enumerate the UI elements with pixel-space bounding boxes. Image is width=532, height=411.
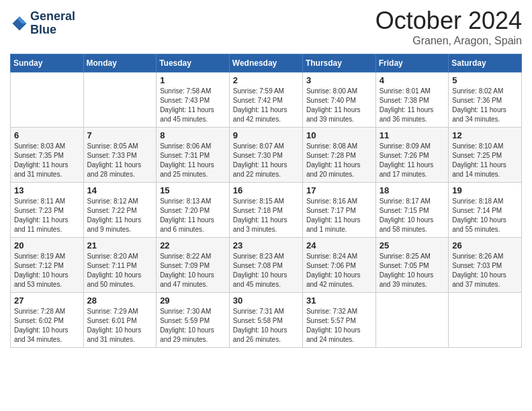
day-info: Sunrise: 8:17 AM Sunset: 7:15 PM Dayligh… (380, 197, 445, 234)
col-header-wednesday: Wednesday (229, 54, 302, 73)
day-info: Sunrise: 8:02 AM Sunset: 7:36 PM Dayligh… (452, 87, 518, 124)
day-number: 24 (306, 240, 372, 250)
day-info: Sunrise: 8:05 AM Sunset: 7:33 PM Dayligh… (87, 142, 153, 179)
day-number: 15 (160, 185, 226, 195)
day-number: 5 (452, 75, 518, 85)
day-info: Sunrise: 8:16 AM Sunset: 7:17 PM Dayligh… (306, 197, 372, 234)
day-number: 30 (233, 295, 299, 306)
day-number: 16 (233, 185, 299, 195)
day-number: 21 (87, 240, 153, 250)
day-number: 6 (14, 130, 80, 140)
day-number: 19 (452, 185, 518, 195)
calendar-cell (83, 73, 157, 128)
col-header-friday: Friday (375, 54, 448, 73)
day-number: 10 (306, 130, 372, 140)
day-info: Sunrise: 8:18 AM Sunset: 7:14 PM Dayligh… (452, 197, 518, 234)
calendar-cell: 15Sunrise: 8:13 AM Sunset: 7:20 PM Dayli… (157, 183, 230, 238)
calendar-cell: 19Sunrise: 8:18 AM Sunset: 7:14 PM Dayli… (449, 183, 522, 238)
day-number: 23 (233, 240, 299, 250)
calendar-cell: 2Sunrise: 7:59 AM Sunset: 7:42 PM Daylig… (229, 73, 302, 128)
logo-icon (10, 14, 29, 33)
day-number: 8 (160, 130, 226, 140)
calendar-week-3: 13Sunrise: 8:11 AM Sunset: 7:23 PM Dayli… (11, 183, 522, 238)
calendar-cell: 31Sunrise: 7:32 AM Sunset: 5:57 PM Dayli… (302, 293, 375, 348)
calendar-cell: 24Sunrise: 8:24 AM Sunset: 7:06 PM Dayli… (302, 238, 375, 293)
day-number: 7 (87, 130, 153, 140)
calendar-cell: 20Sunrise: 8:19 AM Sunset: 7:12 PM Dayli… (11, 238, 84, 293)
calendar-cell: 1Sunrise: 7:58 AM Sunset: 7:43 PM Daylig… (157, 73, 230, 128)
day-number: 26 (452, 240, 518, 250)
calendar-cell: 30Sunrise: 7:31 AM Sunset: 5:58 PM Dayli… (229, 293, 302, 348)
calendar-cell: 8Sunrise: 8:06 AM Sunset: 7:31 PM Daylig… (157, 128, 230, 183)
calendar-cell: 14Sunrise: 8:12 AM Sunset: 7:22 PM Dayli… (83, 183, 157, 238)
calendar-cell: 13Sunrise: 8:11 AM Sunset: 7:23 PM Dayli… (11, 183, 84, 238)
day-info: Sunrise: 8:09 AM Sunset: 7:26 PM Dayligh… (380, 142, 445, 179)
calendar-cell: 12Sunrise: 8:10 AM Sunset: 7:25 PM Dayli… (449, 128, 522, 183)
day-number: 31 (306, 295, 372, 306)
day-number: 1 (160, 75, 226, 85)
day-info: Sunrise: 8:13 AM Sunset: 7:20 PM Dayligh… (160, 197, 226, 234)
logo-line1: General (30, 10, 75, 24)
calendar-week-2: 6Sunrise: 8:03 AM Sunset: 7:35 PM Daylig… (11, 128, 522, 183)
title-block: October 2024 Granen, Aragon, Spain (375, 7, 522, 47)
logo: General Blue (10, 10, 75, 37)
calendar-header-row: SundayMondayTuesdayWednesdayThursdayFrid… (11, 54, 522, 73)
day-number: 9 (233, 130, 299, 140)
col-header-thursday: Thursday (302, 54, 375, 73)
calendar-cell (449, 293, 522, 348)
calendar-week-5: 27Sunrise: 7:28 AM Sunset: 6:02 PM Dayli… (11, 293, 522, 348)
calendar-cell: 18Sunrise: 8:17 AM Sunset: 7:15 PM Dayli… (375, 183, 448, 238)
day-number: 13 (14, 185, 80, 195)
calendar-cell: 11Sunrise: 8:09 AM Sunset: 7:26 PM Dayli… (375, 128, 448, 183)
col-header-sunday: Sunday (11, 54, 84, 73)
calendar-table: SundayMondayTuesdayWednesdayThursdayFrid… (10, 54, 522, 348)
logo-line2: Blue (30, 24, 75, 37)
day-info: Sunrise: 7:28 AM Sunset: 6:02 PM Dayligh… (14, 307, 80, 345)
location: Granen, Aragon, Spain (375, 35, 522, 47)
day-info: Sunrise: 8:26 AM Sunset: 7:03 PM Dayligh… (452, 252, 518, 289)
calendar-cell: 3Sunrise: 8:00 AM Sunset: 7:40 PM Daylig… (302, 73, 375, 128)
day-info: Sunrise: 8:03 AM Sunset: 7:35 PM Dayligh… (14, 142, 80, 179)
col-header-tuesday: Tuesday (157, 54, 230, 73)
day-info: Sunrise: 8:07 AM Sunset: 7:30 PM Dayligh… (233, 142, 299, 179)
calendar-cell: 21Sunrise: 8:20 AM Sunset: 7:11 PM Dayli… (83, 238, 157, 293)
calendar-cell: 9Sunrise: 8:07 AM Sunset: 7:30 PM Daylig… (229, 128, 302, 183)
day-number: 20 (14, 240, 80, 250)
day-info: Sunrise: 8:20 AM Sunset: 7:11 PM Dayligh… (87, 252, 153, 289)
day-info: Sunrise: 7:59 AM Sunset: 7:42 PM Dayligh… (233, 87, 299, 124)
day-info: Sunrise: 8:01 AM Sunset: 7:38 PM Dayligh… (380, 87, 445, 124)
day-info: Sunrise: 8:00 AM Sunset: 7:40 PM Dayligh… (306, 87, 372, 124)
calendar-cell: 27Sunrise: 7:28 AM Sunset: 6:02 PM Dayli… (11, 293, 84, 348)
calendar-cell (375, 293, 448, 348)
day-number: 18 (380, 185, 445, 195)
day-number: 29 (160, 295, 226, 306)
day-number: 25 (380, 240, 445, 250)
day-number: 27 (14, 295, 80, 306)
calendar-cell: 26Sunrise: 8:26 AM Sunset: 7:03 PM Dayli… (449, 238, 522, 293)
calendar-cell: 16Sunrise: 8:15 AM Sunset: 7:18 PM Dayli… (229, 183, 302, 238)
day-info: Sunrise: 7:30 AM Sunset: 5:59 PM Dayligh… (160, 307, 226, 345)
day-number: 17 (306, 185, 372, 195)
calendar-cell: 4Sunrise: 8:01 AM Sunset: 7:38 PM Daylig… (375, 73, 448, 128)
day-info: Sunrise: 8:24 AM Sunset: 7:06 PM Dayligh… (306, 252, 372, 289)
calendar-cell: 7Sunrise: 8:05 AM Sunset: 7:33 PM Daylig… (83, 128, 157, 183)
calendar-cell: 17Sunrise: 8:16 AM Sunset: 7:17 PM Dayli… (302, 183, 375, 238)
day-info: Sunrise: 8:25 AM Sunset: 7:05 PM Dayligh… (380, 252, 445, 289)
day-info: Sunrise: 8:15 AM Sunset: 7:18 PM Dayligh… (233, 197, 299, 234)
day-number: 4 (380, 75, 445, 85)
page-header: General Blue October 2024 Granen, Aragon… (10, 7, 522, 47)
day-info: Sunrise: 8:08 AM Sunset: 7:28 PM Dayligh… (306, 142, 372, 179)
day-info: Sunrise: 8:22 AM Sunset: 7:09 PM Dayligh… (160, 252, 226, 289)
day-info: Sunrise: 7:58 AM Sunset: 7:43 PM Dayligh… (160, 87, 226, 124)
day-number: 28 (87, 295, 153, 306)
month-title: October 2024 (375, 7, 522, 35)
day-info: Sunrise: 8:19 AM Sunset: 7:12 PM Dayligh… (14, 252, 80, 289)
day-number: 2 (233, 75, 299, 85)
calendar-cell: 6Sunrise: 8:03 AM Sunset: 7:35 PM Daylig… (11, 128, 84, 183)
day-info: Sunrise: 7:32 AM Sunset: 5:57 PM Dayligh… (306, 307, 372, 345)
calendar-cell (11, 73, 84, 128)
day-info: Sunrise: 8:11 AM Sunset: 7:23 PM Dayligh… (14, 197, 80, 234)
day-info: Sunrise: 8:23 AM Sunset: 7:08 PM Dayligh… (233, 252, 299, 289)
day-info: Sunrise: 7:31 AM Sunset: 5:58 PM Dayligh… (233, 307, 299, 345)
calendar-cell: 5Sunrise: 8:02 AM Sunset: 7:36 PM Daylig… (449, 73, 522, 128)
